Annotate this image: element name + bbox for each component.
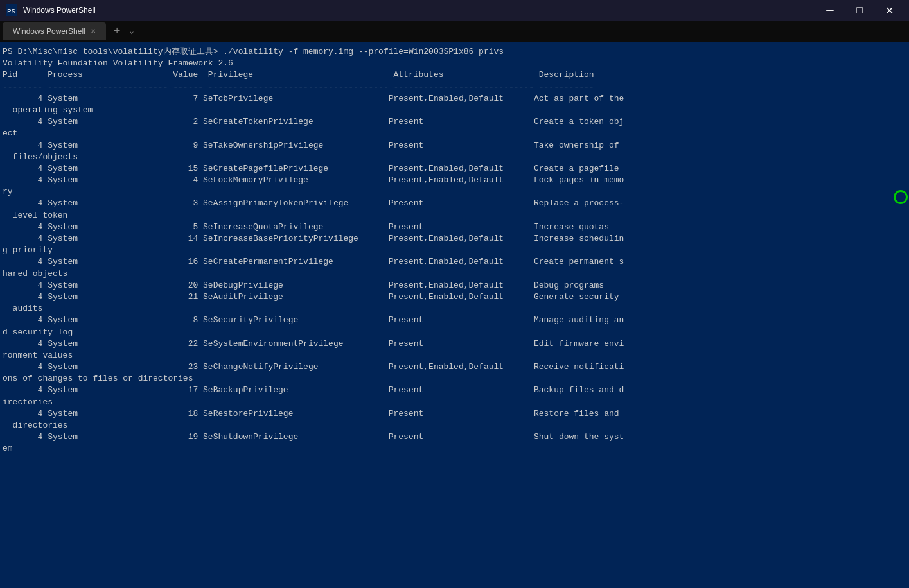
close-button[interactable]: ✕	[874, 0, 904, 21]
app-icon: PS	[5, 4, 18, 17]
new-tab-button[interactable]: +	[109, 25, 126, 38]
maximize-button[interactable]: □	[845, 0, 874, 21]
svg-text:PS: PS	[7, 8, 16, 15]
window-title: Windows PowerShell	[23, 6, 815, 15]
terminal-output: PS D:\Misc\misc tools\volatility内存取证工具> …	[3, 46, 906, 455]
titlebar: PS Windows PowerShell ─ □ ✕	[0, 0, 909, 21]
tab-label: Windows PowerShell	[13, 27, 85, 36]
tabbar: Windows PowerShell ✕ + ⌄	[0, 21, 909, 42]
tab-chevron-icon[interactable]: ⌄	[130, 26, 134, 36]
minimize-button[interactable]: ─	[815, 0, 845, 21]
window-controls: ─ □ ✕	[815, 0, 904, 21]
tab-close-icon[interactable]: ✕	[91, 28, 96, 35]
terminal-area[interactable]: PS D:\Misc\misc tools\volatility内存取证工具> …	[0, 42, 909, 588]
tab-powershell[interactable]: Windows PowerShell ✕	[3, 22, 106, 40]
